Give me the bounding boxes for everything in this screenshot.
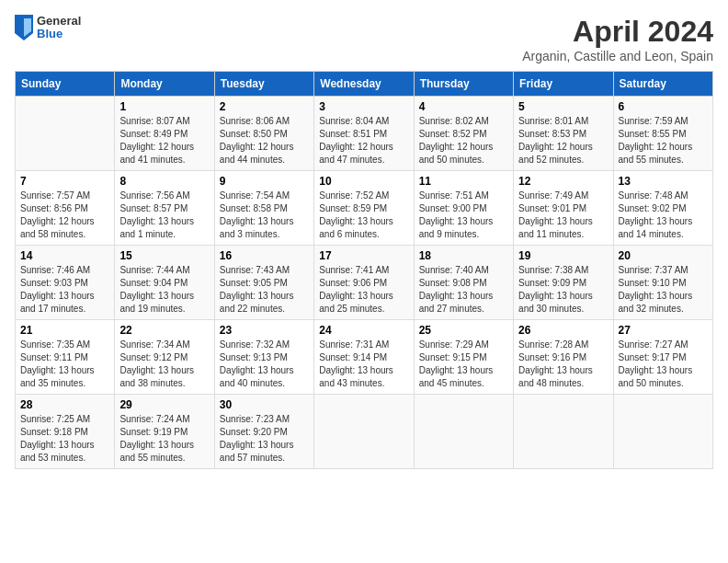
day-number: 21 — [20, 324, 109, 337]
cell-info: Sunrise: 7:57 AMSunset: 8:56 PMDaylight:… — [20, 190, 109, 241]
calendar-cell: 13Sunrise: 7:48 AMSunset: 9:02 PMDayligh… — [613, 171, 712, 246]
calendar-cell: 12Sunrise: 7:49 AMSunset: 9:01 PMDayligh… — [514, 171, 613, 246]
day-number: 2 — [220, 100, 309, 113]
day-number: 22 — [119, 324, 209, 337]
cell-info: Sunrise: 7:24 AMSunset: 9:19 PMDaylight:… — [119, 413, 209, 465]
week-row-1: 1Sunrise: 8:07 AMSunset: 8:49 PMDaylight… — [16, 97, 713, 171]
cell-info: Sunrise: 7:44 AMSunset: 9:04 PMDaylight:… — [119, 264, 209, 316]
cell-info: Sunrise: 7:38 AMSunset: 9:09 PMDaylight:… — [518, 264, 608, 316]
cell-info: Sunrise: 8:06 AMSunset: 8:50 PMDaylight:… — [220, 115, 309, 167]
calendar-cell: 29Sunrise: 7:24 AMSunset: 9:19 PMDayligh… — [115, 395, 214, 469]
calendar-cell: 20Sunrise: 7:37 AMSunset: 9:10 PMDayligh… — [613, 246, 712, 320]
logo-general-text: General — [37, 15, 81, 28]
week-row-2: 7Sunrise: 7:57 AMSunset: 8:56 PMDaylight… — [16, 171, 713, 246]
cell-info: Sunrise: 7:52 AMSunset: 8:59 PMDaylight:… — [319, 190, 408, 241]
day-number: 28 — [20, 398, 109, 411]
day-number: 1 — [119, 100, 209, 113]
calendar-cell: 16Sunrise: 7:43 AMSunset: 9:05 PMDayligh… — [214, 246, 313, 320]
day-number: 19 — [518, 249, 608, 262]
calendar-cell: 8Sunrise: 7:56 AMSunset: 8:57 PMDaylight… — [115, 171, 214, 246]
day-number: 26 — [518, 324, 608, 337]
day-number: 30 — [220, 398, 309, 411]
calendar-cell: 5Sunrise: 8:01 AMSunset: 8:53 PMDaylight… — [514, 97, 613, 171]
cell-info: Sunrise: 7:37 AMSunset: 9:10 PMDaylight:… — [619, 264, 708, 316]
calendar-cell: 26Sunrise: 7:28 AMSunset: 9:16 PMDayligh… — [514, 320, 613, 395]
cell-info: Sunrise: 7:48 AMSunset: 9:02 PMDaylight:… — [619, 190, 708, 241]
day-number: 6 — [619, 100, 708, 113]
cell-info: Sunrise: 7:23 AMSunset: 9:20 PMDaylight:… — [220, 413, 309, 465]
cell-info: Sunrise: 7:34 AMSunset: 9:12 PMDaylight:… — [119, 339, 209, 390]
calendar-cell: 24Sunrise: 7:31 AMSunset: 9:14 PMDayligh… — [314, 320, 414, 395]
calendar-table: SundayMondayTuesdayWednesdayThursdayFrid… — [15, 71, 713, 469]
day-number: 8 — [119, 175, 209, 188]
day-number: 10 — [319, 175, 408, 188]
calendar-cell: 19Sunrise: 7:38 AMSunset: 9:09 PMDayligh… — [514, 246, 613, 320]
calendar-cell: 3Sunrise: 8:04 AMSunset: 8:51 PMDaylight… — [314, 97, 414, 171]
logo-text: General Blue — [37, 15, 81, 41]
day-number: 5 — [518, 100, 608, 113]
calendar-cell: 23Sunrise: 7:32 AMSunset: 9:13 PMDayligh… — [214, 320, 313, 395]
day-number: 7 — [20, 175, 109, 188]
cell-info: Sunrise: 7:59 AMSunset: 8:55 PMDaylight:… — [619, 115, 708, 167]
day-number: 11 — [419, 175, 508, 188]
week-row-4: 21Sunrise: 7:35 AMSunset: 9:11 PMDayligh… — [16, 320, 713, 395]
day-number: 3 — [319, 100, 408, 113]
cell-info: Sunrise: 7:51 AMSunset: 9:00 PMDaylight:… — [419, 190, 508, 241]
calendar-cell: 11Sunrise: 7:51 AMSunset: 9:00 PMDayligh… — [414, 171, 513, 246]
calendar-cell — [414, 395, 513, 469]
day-number: 20 — [619, 249, 708, 262]
cell-info: Sunrise: 7:40 AMSunset: 9:08 PMDaylight:… — [419, 264, 508, 316]
calendar-cell: 10Sunrise: 7:52 AMSunset: 8:59 PMDayligh… — [314, 171, 414, 246]
logo: General Blue — [15, 15, 81, 41]
calendar-cell — [613, 395, 712, 469]
subtitle: Arganin, Castille and Leon, Spain — [522, 49, 713, 63]
week-row-3: 14Sunrise: 7:46 AMSunset: 9:03 PMDayligh… — [16, 246, 713, 320]
cell-info: Sunrise: 7:41 AMSunset: 9:06 PMDaylight:… — [319, 264, 408, 316]
cell-info: Sunrise: 7:27 AMSunset: 9:17 PMDaylight:… — [619, 339, 708, 390]
calendar-cell: 18Sunrise: 7:40 AMSunset: 9:08 PMDayligh… — [414, 246, 513, 320]
calendar-cell — [314, 395, 414, 469]
calendar-cell: 30Sunrise: 7:23 AMSunset: 9:20 PMDayligh… — [214, 395, 313, 469]
col-header-wednesday: Wednesday — [314, 72, 414, 97]
cell-info: Sunrise: 7:49 AMSunset: 9:01 PMDaylight:… — [518, 190, 608, 241]
day-number: 16 — [220, 249, 309, 262]
calendar-cell: 6Sunrise: 7:59 AMSunset: 8:55 PMDaylight… — [613, 97, 712, 171]
day-number: 4 — [419, 100, 508, 113]
day-number: 13 — [619, 175, 708, 188]
page-header: General Blue April 2024 Arganin, Castill… — [15, 15, 713, 63]
logo-icon — [15, 15, 33, 40]
calendar-cell: 14Sunrise: 7:46 AMSunset: 9:03 PMDayligh… — [16, 246, 115, 320]
main-title: April 2024 — [522, 15, 713, 49]
calendar-cell: 17Sunrise: 7:41 AMSunset: 9:06 PMDayligh… — [314, 246, 414, 320]
calendar-cell: 7Sunrise: 7:57 AMSunset: 8:56 PMDaylight… — [16, 171, 115, 246]
day-number: 27 — [619, 324, 708, 337]
calendar-cell: 28Sunrise: 7:25 AMSunset: 9:18 PMDayligh… — [16, 395, 115, 469]
calendar-cell: 2Sunrise: 8:06 AMSunset: 8:50 PMDaylight… — [214, 97, 313, 171]
calendar-cell: 25Sunrise: 7:29 AMSunset: 9:15 PMDayligh… — [414, 320, 513, 395]
calendar-cell: 4Sunrise: 8:02 AMSunset: 8:52 PMDaylight… — [414, 97, 513, 171]
cell-info: Sunrise: 7:28 AMSunset: 9:16 PMDaylight:… — [518, 339, 608, 390]
cell-info: Sunrise: 7:54 AMSunset: 8:58 PMDaylight:… — [220, 190, 309, 241]
col-header-monday: Monday — [115, 72, 214, 97]
cell-info: Sunrise: 7:43 AMSunset: 9:05 PMDaylight:… — [220, 264, 309, 316]
calendar-cell: 21Sunrise: 7:35 AMSunset: 9:11 PMDayligh… — [16, 320, 115, 395]
cell-info: Sunrise: 7:31 AMSunset: 9:14 PMDaylight:… — [319, 339, 408, 390]
day-number: 9 — [220, 175, 309, 188]
day-number: 25 — [419, 324, 508, 337]
calendar-cell: 15Sunrise: 7:44 AMSunset: 9:04 PMDayligh… — [115, 246, 214, 320]
calendar-cell — [514, 395, 613, 469]
cell-info: Sunrise: 7:32 AMSunset: 9:13 PMDaylight:… — [220, 339, 309, 390]
cell-info: Sunrise: 8:02 AMSunset: 8:52 PMDaylight:… — [419, 115, 508, 167]
day-number: 29 — [119, 398, 209, 411]
day-number: 15 — [119, 249, 209, 262]
col-header-thursday: Thursday — [414, 72, 513, 97]
calendar-cell: 22Sunrise: 7:34 AMSunset: 9:12 PMDayligh… — [115, 320, 214, 395]
calendar-cell: 9Sunrise: 7:54 AMSunset: 8:58 PMDaylight… — [214, 171, 313, 246]
col-header-friday: Friday — [514, 72, 613, 97]
cell-info: Sunrise: 7:25 AMSunset: 9:18 PMDaylight:… — [20, 413, 109, 465]
day-number: 14 — [20, 249, 109, 262]
cell-info: Sunrise: 7:56 AMSunset: 8:57 PMDaylight:… — [119, 190, 209, 241]
col-header-sunday: Sunday — [16, 72, 115, 97]
day-number: 12 — [518, 175, 608, 188]
title-area: April 2024 Arganin, Castille and Leon, S… — [522, 15, 713, 63]
